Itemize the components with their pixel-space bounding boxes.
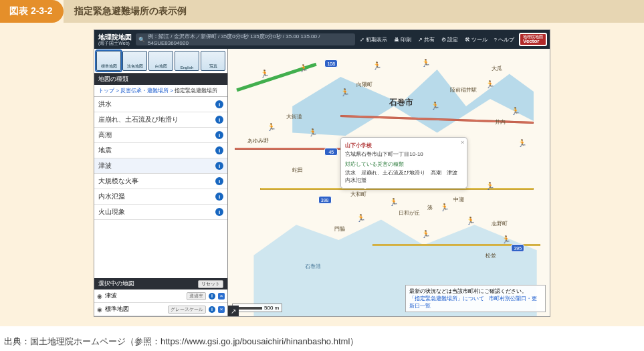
hazard-label: 大規模な火事: [98, 177, 138, 186]
evacuation-marker-icon[interactable]: 🏃: [440, 204, 447, 211]
evacuation-marker-icon[interactable]: 🏃: [260, 70, 267, 77]
info-icon[interactable]: i: [215, 193, 223, 201]
sidebar: 標準地図 淡色地図 白地図 English 写真 地図の種類 トップ > 災害伝…: [94, 49, 228, 316]
app-brand[interactable]: 地理院地図 (電子国土Web): [97, 34, 133, 45]
search-input[interactable]: 🔍 例：鯖江 / 金沢市木ノ新保町 / 35度0分0秒 135度0分0秒 / 3…: [136, 33, 355, 45]
evacuation-marker-icon[interactable]: 🏃: [421, 60, 428, 66]
evacuation-marker-icon[interactable]: 🏃: [389, 199, 396, 205]
place-label: 中瀬: [453, 196, 464, 203]
hazard-item-storm-surge[interactable]: 高潮i: [94, 128, 227, 143]
remove-layer-button[interactable]: ×: [218, 293, 225, 300]
share-label: 共有: [424, 36, 435, 43]
place-label: 大瓜: [492, 65, 502, 72]
visibility-toggle-icon[interactable]: ◉: [97, 306, 102, 313]
hazard-item-volcano[interactable]: 火山現象i: [94, 205, 227, 220]
place-label: 大街道: [286, 113, 302, 120]
vector-badge-label: Vector: [523, 39, 543, 44]
place-label: 日和が丘: [399, 209, 420, 217]
settings-button[interactable]: ⚙設定: [439, 36, 460, 43]
map-canvas[interactable]: 石巻市 向陽町 大街道 あゆみ野 蛇田 井内 大瓜 水押 門脇 陸前稲井駅 日和…: [228, 49, 550, 316]
scale-bar: 500 m: [232, 304, 282, 312]
info-icon[interactable]: i: [215, 162, 223, 170]
info-icon[interactable]: i: [215, 131, 223, 139]
initial-view-button[interactable]: ⤢初期表示: [358, 36, 389, 43]
info-icon[interactable]: i: [209, 293, 215, 300]
evacuation-marker-icon[interactable]: 🏃: [502, 236, 508, 243]
hazard-item-fire[interactable]: 大規模な火事i: [94, 174, 227, 189]
basemap-thumb-standard[interactable]: 標準地図: [96, 51, 121, 71]
visibility-toggle-icon[interactable]: ◉: [97, 293, 102, 300]
source-citation: 出典：国土地理院ホームページ（参照：https://www.gsi.go.jp/…: [0, 326, 644, 348]
hazard-label: 火山現象: [98, 207, 125, 217]
print-icon: 🖶: [394, 37, 399, 43]
help-label: ヘルプ: [498, 36, 514, 43]
evacuation-marker-icon[interactable]: 🏃: [431, 102, 437, 109]
notice-link-about[interactable]: 「指定緊急避難場所」について: [409, 296, 484, 302]
brand-title: 地理院地図: [98, 34, 132, 41]
evacuation-marker-icon[interactable]: 🏃: [372, 62, 379, 69]
reset-button[interactable]: リセット: [198, 280, 223, 288]
tools-label: ツール: [471, 36, 488, 43]
info-icon[interactable]: i: [215, 146, 223, 154]
brand-subtitle: (電子国土Web): [98, 41, 132, 45]
basemap-thumb-english[interactable]: English: [175, 51, 199, 71]
selected-map-name: 津波: [105, 291, 184, 300]
evacuation-marker-icon[interactable]: 🏃: [518, 140, 524, 146]
hazard-item-earthquake[interactable]: 地震i: [94, 143, 227, 158]
selected-map-row-standard: ◉ 標準地図 グレースケール i ×: [94, 303, 227, 316]
evacuation-marker-icon[interactable]: 🏃: [486, 183, 492, 189]
info-icon[interactable]: i: [215, 116, 223, 124]
tools-button[interactable]: 🛠ツール: [463, 36, 490, 43]
print-button[interactable]: 🖶印刷: [392, 36, 413, 43]
scale-label: 500 m: [264, 305, 279, 311]
route-shield: 108: [324, 60, 338, 68]
hazard-label: 内水氾濫: [98, 192, 125, 201]
hazard-item-inland-flood[interactable]: 内水氾濫i: [94, 189, 227, 205]
selected-map-row-tsunami: ◉ 津波 透過率 i ×: [94, 289, 227, 303]
info-icon[interactable]: i: [215, 208, 223, 216]
basemap-thumb-blank[interactable]: 白地図: [148, 51, 173, 71]
hazard-item-landslide[interactable]: 崖崩れ、土石流及び地滑りi: [94, 112, 227, 128]
share-button[interactable]: ↗共有: [416, 36, 437, 43]
vector-badge[interactable]: 地理院地図 Vector: [519, 33, 547, 46]
remove-layer-button[interactable]: ×: [218, 306, 225, 313]
popup-close-button[interactable]: ×: [461, 139, 464, 146]
figure-title: 指定緊急避難場所の表示例: [64, 0, 644, 23]
evacuation-marker-icon[interactable]: 🏃: [308, 129, 315, 136]
place-label: 志野町: [492, 220, 508, 227]
expand-sidebar-button[interactable]: ↗: [228, 306, 239, 316]
figure-header: 図表 2-3-2 指定緊急避難場所の表示例: [0, 0, 644, 23]
help-button[interactable]: ?ヘルプ: [492, 36, 516, 43]
basemap-thumbnails: 標準地図 淡色地図 白地図 English 写真: [94, 49, 227, 74]
evacuation-marker-icon[interactable]: 🏃: [486, 81, 492, 88]
evacuation-marker-icon[interactable]: 🏃: [421, 231, 428, 237]
gear-icon: ⚙: [441, 37, 446, 43]
evacuation-marker-icon[interactable]: 🏃: [299, 65, 306, 72]
route-shield: 45: [324, 148, 338, 156]
basemap-thumb-photo[interactable]: 写真: [201, 51, 225, 71]
notice-text: 最新の状況などは当該市町村にご確認ください。: [409, 287, 542, 295]
info-icon[interactable]: i: [215, 100, 223, 108]
place-label: 松並: [486, 252, 496, 259]
info-icon[interactable]: i: [215, 177, 223, 185]
info-icon[interactable]: i: [209, 306, 215, 313]
app-toolbar: 地理院地図 (電子国土Web) 🔍 例：鯖江 / 金沢市木ノ新保町 / 35度0…: [94, 30, 550, 49]
evacuation-marker-icon[interactable]: 🏃: [267, 124, 274, 130]
share-icon: ↗: [418, 37, 423, 43]
hazard-label: 洪水: [98, 100, 112, 109]
evacuation-marker-icon[interactable]: 🏃: [466, 217, 473, 224]
evacuation-marker-icon[interactable]: 🏃: [511, 108, 518, 114]
opacity-chip[interactable]: 透過率: [187, 292, 206, 300]
grayscale-chip[interactable]: グレースケール: [168, 306, 206, 314]
breadcrumb-mid[interactable]: 災害伝承・避難場所: [120, 88, 169, 94]
map-types-header: 地図の種類: [94, 74, 227, 85]
breadcrumb-top[interactable]: トップ: [98, 88, 114, 94]
place-label: 井内: [495, 118, 506, 126]
basemap-thumb-pale[interactable]: 淡色地図: [122, 51, 147, 71]
hazard-item-flood[interactable]: 洪水i: [94, 97, 227, 112]
evacuation-marker-icon[interactable]: 🏃: [356, 215, 363, 221]
hazard-item-tsunami[interactable]: 津波i: [94, 158, 227, 174]
scale-segment: [235, 307, 262, 310]
figure-container: 図表 2-3-2 指定緊急避難場所の表示例 地理院地図 (電子国土Web) 🔍 …: [0, 0, 644, 326]
evacuation-marker-icon[interactable]: 🏃: [340, 89, 347, 96]
